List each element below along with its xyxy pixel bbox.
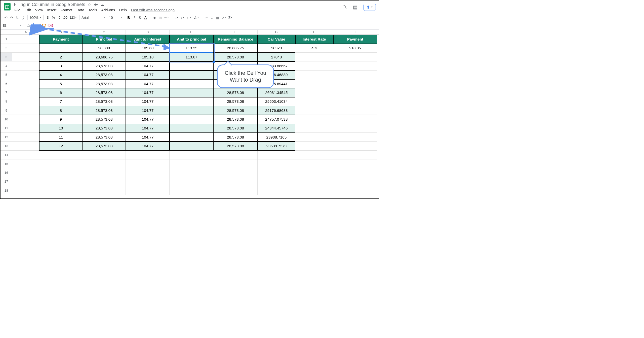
cell-blank-14-6[interactable] (258, 151, 295, 159)
comments-icon[interactable]: ▤ (353, 5, 357, 10)
row-header-7[interactable]: 7 (1, 88, 12, 97)
menu-data[interactable]: Data (76, 8, 84, 12)
activity-icon[interactable]: 〽 (342, 5, 347, 10)
merge-button[interactable]: ⇔▼ (163, 15, 170, 20)
header-7[interactable]: Payment (333, 35, 377, 44)
name-box[interactable]: E3▼ (1, 22, 24, 29)
cell-balance-7[interactable]: 28,573.08 (213, 88, 258, 97)
cell-principal-10[interactable]: 28,573.08 (82, 115, 126, 124)
select-all-corner[interactable] (1, 30, 12, 35)
cell-balance-2[interactable]: 28,686.75 (213, 44, 258, 53)
cell-balance-12[interactable]: 28,573.08 (213, 133, 258, 142)
row-header-2[interactable]: 2 (1, 44, 12, 53)
cell-blank-17-1[interactable] (39, 177, 82, 186)
cell-blank-18-6[interactable] (258, 186, 295, 195)
cell-A3[interactable] (12, 53, 39, 61)
cell-principal-3[interactable]: 28,686.75 (82, 53, 126, 61)
cell-payment-9[interactable]: 8 (39, 106, 82, 115)
cell-pay-7[interactable] (333, 88, 377, 97)
row-header-12[interactable]: 12 (1, 133, 12, 142)
cell-balance-10[interactable]: 28,573.08 (213, 115, 258, 124)
col-B[interactable]: B (39, 30, 82, 35)
cell-interest-2[interactable]: 105.60 (126, 44, 170, 53)
cell-amtprin-11[interactable] (170, 124, 213, 133)
cell-principal-6[interactable]: 28,573.08 (82, 79, 126, 88)
filter-button[interactable]: ▽▼ (221, 15, 227, 20)
cell-blank-14-2[interactable] (82, 151, 126, 159)
cell-principal-12[interactable]: 28,573.08 (82, 133, 126, 142)
cell-amtprin-5[interactable] (170, 71, 213, 79)
cell-pay-10[interactable] (333, 115, 377, 124)
cell-car-12[interactable]: 23938.7165 (258, 133, 295, 142)
more-formats-button[interactable]: 123▼ (69, 15, 78, 20)
cell-blank-14-4[interactable] (170, 151, 213, 159)
cell-A11[interactable] (12, 124, 39, 133)
cell-blank-17-8[interactable] (333, 177, 377, 186)
functions-button[interactable]: Σ▼ (227, 15, 233, 20)
menu-tools[interactable]: Tools (89, 8, 97, 12)
doc-title[interactable]: Filling in Columns in Google Sheets (14, 2, 85, 7)
cell-blank-15-4[interactable] (170, 159, 213, 168)
cell-amtprin-13[interactable] (170, 142, 213, 150)
cell-blank-15-0[interactable] (12, 159, 39, 168)
cell-pay-13[interactable] (333, 142, 377, 150)
cell-pay-5[interactable] (333, 71, 377, 79)
cell-payment-10[interactable]: 9 (39, 115, 82, 124)
fill-color-button[interactable]: ◆ (152, 15, 157, 20)
cell-blank-18-1[interactable] (39, 186, 82, 195)
sheets-logo-icon[interactable] (2, 2, 12, 12)
cell-blank-17-3[interactable] (126, 177, 170, 186)
cell-principal-2[interactable]: 28,800 (82, 44, 126, 53)
header-3[interactable]: Amt to principal (170, 35, 213, 44)
cell-payment-12[interactable]: 11 (39, 133, 82, 142)
cell-blank-14-1[interactable] (39, 151, 82, 159)
cell-pay-6[interactable] (333, 79, 377, 88)
row-headers[interactable]: 123456789101112131415161718 (1, 35, 12, 195)
cell-blank-15-5[interactable] (213, 159, 258, 168)
cell-A6[interactable] (12, 79, 39, 88)
cell-balance-13[interactable]: 28,573.08 (213, 142, 258, 150)
row-header-17[interactable]: 17 (1, 177, 12, 186)
col-A[interactable]: A (12, 30, 39, 35)
cell-payment-3[interactable]: 2 (39, 53, 82, 61)
cell-blank-17-5[interactable] (213, 177, 258, 186)
cell-blank-16-2[interactable] (82, 168, 126, 177)
formula-input[interactable]: =$I$2-D3 (33, 22, 379, 29)
cell-principal-11[interactable]: 28,573.08 (82, 124, 126, 133)
cell-rate-13[interactable] (295, 142, 333, 150)
cell-blank-18-4[interactable] (170, 186, 213, 195)
zoom-select[interactable]: 100%▼ (29, 16, 42, 20)
cell-car-2[interactable]: 28320 (258, 44, 295, 53)
cell-interest-12[interactable]: 104.77 (126, 133, 170, 142)
italic-button[interactable]: I (132, 15, 137, 20)
menu-help[interactable]: Help (119, 8, 127, 12)
cell-rate-12[interactable] (295, 133, 333, 142)
cell-rate-11[interactable] (295, 124, 333, 133)
row-header-14[interactable]: 14 (1, 151, 12, 159)
cell-rate-2[interactable]: 4.4 (295, 44, 333, 53)
cell-payment-2[interactable]: 1 (39, 44, 82, 53)
cell-principal-7[interactable]: 28,573.08 (82, 88, 126, 97)
cell-blank-16-3[interactable] (126, 168, 170, 177)
rotate-button[interactable]: ∠▼ (193, 15, 200, 20)
cell-rate-4[interactable] (295, 61, 333, 70)
cell-interest-7[interactable]: 104.77 (126, 88, 170, 97)
menu-format[interactable]: Format (61, 8, 72, 12)
cell-blank-16-6[interactable] (258, 168, 295, 177)
cell-blank-14-8[interactable] (333, 151, 377, 159)
cell-payment-4[interactable]: 3 (39, 61, 82, 70)
cell-blank-15-8[interactable] (333, 159, 377, 168)
cell-pay-3[interactable] (333, 53, 377, 61)
cell-blank-16-5[interactable] (213, 168, 258, 177)
last-edit-link[interactable]: Last edit was seconds ago (131, 8, 174, 12)
cell-blank-18-3[interactable] (126, 186, 170, 195)
cell-interest-13[interactable]: 104.77 (126, 142, 170, 150)
paint-format-button[interactable]: ⟆ (20, 15, 26, 20)
cell-blank-15-3[interactable] (126, 159, 170, 168)
cell-amtprin-4[interactable] (170, 61, 213, 70)
header-4[interactable]: Remaining Balance (213, 35, 258, 44)
currency-button[interactable]: $ (45, 15, 50, 20)
text-color-button[interactable]: A (143, 15, 148, 20)
fontsize-select[interactable]: 10▼ (109, 16, 122, 20)
cell-balance-9[interactable]: 28,573.08 (213, 106, 258, 115)
